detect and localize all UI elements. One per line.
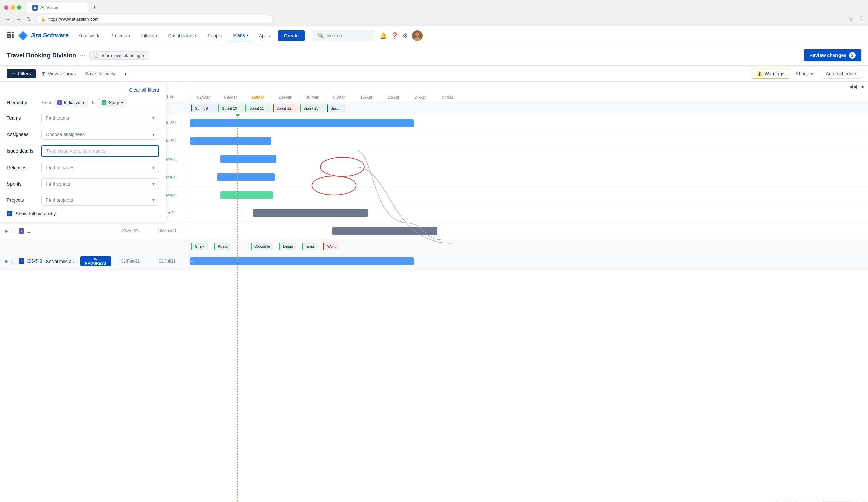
planning-type-badge[interactable]: 📋 Team-level planning ▾ — [89, 51, 149, 60]
show-hierarchy-label: Show full hierarchy — [16, 211, 55, 216]
date-col-9: 04/Ma — [434, 95, 461, 100]
nav-people[interactable]: People — [204, 30, 227, 41]
review-changes-btn[interactable]: Review changes 2 — [804, 49, 861, 61]
teams-placeholder: Find teams — [46, 115, 69, 121]
gantt-row-7: ▶ i ... 22/Apr/21 16/May/21 — [0, 222, 868, 240]
auto-schedule-btn[interactable]: Auto-schedule — [820, 69, 861, 79]
initiative-chevron: ▾ — [82, 100, 85, 105]
save-view-btn[interactable]: Save this view — [82, 69, 119, 78]
releases-dropdown[interactable]: Find releases ▾ — [41, 162, 159, 173]
nav-apps[interactable]: Apps — [255, 30, 274, 41]
browser-menu-icon[interactable]: ⋮ — [858, 16, 864, 23]
address-bar[interactable]: 🔒 https://www.atlassian.com — [35, 15, 273, 23]
nav-plans-chevron: ▾ — [247, 33, 248, 37]
gantt-bar-5[interactable] — [220, 191, 273, 199]
clear-filters-btn[interactable]: Clear all filters — [129, 87, 159, 93]
row-expand-bottom[interactable]: ▶ — [6, 259, 9, 264]
nav-plans[interactable]: Plans ▾ — [229, 30, 252, 41]
svg-marker-0 — [33, 6, 37, 10]
row-checkbox-bottom[interactable] — [11, 259, 16, 264]
sprint-10[interactable]: Sprint 10 — [218, 104, 245, 112]
version-koala[interactable]: Koala — [214, 243, 230, 250]
gantt-bar-6[interactable] — [252, 209, 368, 217]
sprint-13[interactable]: Sprint 13 — [300, 104, 326, 112]
project-more-btn[interactable]: ··· — [80, 52, 85, 59]
story-selector[interactable]: s Story ▾ — [98, 98, 127, 107]
svg-rect-3 — [12, 32, 13, 33]
project-title: Travel Booking Division — [7, 52, 76, 59]
projects-filter-row: Projects Find projects ▾ — [7, 195, 159, 206]
sprint-next[interactable]: Spr... — [327, 104, 345, 112]
version-shark[interactable]: Shark — [191, 243, 207, 250]
timeline-dates: 02/Mar 09/Mar 16/Mar 23/Mar 30/Mar 06/Ap… — [190, 91, 868, 102]
timeline-nav: ◀◀ ● — [190, 82, 868, 91]
version-dingo[interactable]: Dingo — [279, 243, 296, 250]
teams-dropdown[interactable]: Find teams ▾ — [41, 113, 159, 123]
nav-your-work[interactable]: Your work — [74, 30, 103, 41]
planning-type-icon: 📋 — [94, 53, 99, 58]
apps-grid-icon[interactable] — [6, 30, 15, 41]
warnings-btn[interactable]: ⚠️ Warnings — [752, 69, 790, 79]
reload-btn[interactable]: ↻ — [26, 14, 33, 24]
story-label: Story — [108, 100, 119, 105]
sprints-filter-row: Sprints Find sprints ▾ — [7, 178, 159, 189]
minimize-window-btn[interactable] — [11, 6, 15, 10]
issue-details-input[interactable] — [41, 145, 159, 157]
maximize-window-btn[interactable] — [17, 6, 21, 10]
timeline-scroll-left-btn[interactable]: ◀◀ — [848, 83, 858, 90]
back-btn[interactable]: ← — [4, 15, 12, 24]
svg-rect-7 — [7, 36, 9, 38]
releases-chevron: ▾ — [152, 165, 155, 170]
forward-btn[interactable]: → — [15, 15, 23, 24]
teams-label: Teams — [7, 115, 37, 121]
user-avatar[interactable] — [412, 30, 423, 41]
projects-dropdown[interactable]: Find projects ▾ — [41, 195, 159, 206]
version-wo[interactable]: Wo... — [323, 243, 338, 250]
settings-btn[interactable]: ⚙ — [402, 32, 408, 39]
issue-details-filter-row: Issue details — [7, 145, 159, 157]
notifications-btn[interactable]: 🔔 — [380, 32, 387, 39]
filters-btn[interactable]: ☰ Filters — [7, 69, 35, 78]
svg-rect-9 — [12, 36, 13, 38]
browser-tab-active[interactable]: Atlassian — [27, 3, 88, 12]
close-window-btn[interactable] — [4, 6, 9, 10]
help-btn[interactable]: ❓ — [391, 32, 399, 39]
sprint-9[interactable]: Sprint 9 — [191, 104, 218, 112]
timeline-scroll-right-btn[interactable]: ● — [860, 83, 865, 90]
nav-dashboards[interactable]: Dashboards ▾ — [164, 30, 201, 41]
nav-projects[interactable]: Projects ▾ — [106, 30, 135, 41]
gantt-row-right-7 — [190, 222, 868, 240]
initiative-selector[interactable]: i Initiative ▾ — [54, 98, 89, 107]
sprints-label: Sprints — [7, 181, 37, 186]
row-expand-7[interactable]: ▶ — [6, 229, 9, 233]
jira-logo[interactable]: Jira Software — [18, 30, 69, 41]
sprint-11[interactable]: Sprint 11 — [246, 104, 272, 112]
bookmark-icon[interactable]: ☆ — [848, 16, 854, 23]
view-settings-btn[interactable]: ⊞ View settings — [38, 69, 79, 78]
address-text: https://www.atlassian.com — [48, 17, 99, 22]
search-box[interactable]: 🔍 Search — [313, 30, 374, 41]
gantt-bar-1[interactable]: ← — [190, 120, 414, 127]
version-emu[interactable]: Emu — [302, 243, 317, 250]
version-crocodile[interactable]: Crocodile — [250, 243, 272, 250]
gantt-bar-2[interactable]: ← — [190, 137, 271, 145]
sprint-12[interactable]: Sprint 12 — [272, 104, 299, 112]
new-tab-btn[interactable]: + — [89, 3, 100, 12]
svg-rect-2 — [10, 32, 11, 33]
row-checkbox-7[interactable] — [11, 229, 16, 233]
toolbar-more-btn[interactable]: ▾ — [122, 69, 130, 78]
share-btn[interactable]: Share as — [792, 69, 818, 78]
weeks-select[interactable]: Weeks Months Quarters — [823, 501, 853, 502]
gantt-row-left-bottom: ▶ J IOS-543 Social media integr... IN PR… — [0, 254, 190, 269]
gantt-bar-4[interactable] — [217, 173, 275, 181]
gantt-bar-7[interactable] — [332, 227, 437, 235]
nav-filters[interactable]: Filters ▾ — [137, 30, 161, 41]
show-hierarchy-checkbox[interactable]: ✓ — [7, 211, 12, 216]
create-button[interactable]: Create — [278, 30, 305, 41]
gantt-bar-3[interactable] — [220, 155, 276, 163]
assignees-dropdown[interactable]: Choose assignees ▾ — [41, 129, 159, 140]
sprints-dropdown[interactable]: Find sprints ▾ — [41, 178, 159, 189]
search-icon: 🔍 — [317, 32, 324, 39]
story-icon: s — [102, 100, 106, 105]
gantt-bar-bottom[interactable]: ← — [190, 257, 414, 265]
